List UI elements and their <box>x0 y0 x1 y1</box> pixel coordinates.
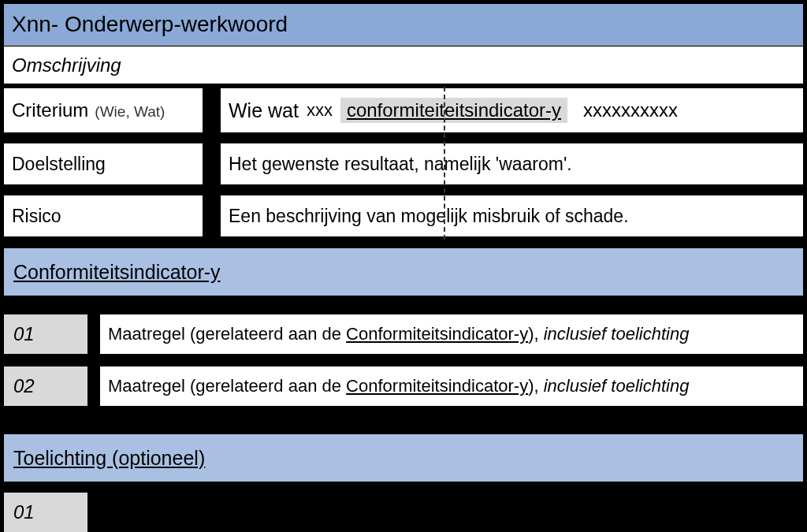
measure-02-cell: Maatregel (gerelateerd aan de Conformite… <box>99 366 804 407</box>
criterium-xxx: xxx <box>307 100 333 121</box>
toelichting-01-num-text: 01 <box>13 501 35 523</box>
diagram-frame: Xnn- Onderwerp-werkwoord Omschrijving Cr… <box>3 3 804 529</box>
dashed-connector <box>444 87 445 240</box>
criterium-value-cell: Wie wat xxx conformiteiteitsindicator-y … <box>220 87 804 133</box>
criterium-sublabel: (Wie, Wat) <box>95 103 165 121</box>
measure-01-mid: ), <box>528 324 544 344</box>
measure-02-mid: ), <box>528 376 544 396</box>
title-bar: Xnn- Onderwerp-werkwoord <box>3 3 804 46</box>
doelstelling-value: Het gewenste resultaat, namelijk 'waarom… <box>229 154 572 175</box>
measure-02-num: 02 <box>3 366 88 407</box>
doelstelling-label-cell: Doelstelling <box>3 143 203 185</box>
omschrijving-text: Omschrijving <box>12 54 121 76</box>
measure-02-num-text: 02 <box>13 375 35 397</box>
risico-value-cell: Een beschrijving van mogelijk misbruik o… <box>220 195 804 237</box>
title-text: Xnn- Onderwerp-werkwoord <box>12 12 288 37</box>
measure-02-italic: inclusief toelichting <box>544 376 690 396</box>
toelichting-heading: Toelichting (optioneel) <box>13 447 205 470</box>
measure-01-link: Conformiteitsindicator-y <box>346 324 528 344</box>
measure-01-num: 01 <box>3 314 88 355</box>
measure-01-cell: Maatregel (gerelateerd aan de Conformite… <box>99 314 804 355</box>
risico-label: Risico <box>12 206 61 227</box>
criterium-highlight: conformiteiteitsindicator-y <box>340 98 567 123</box>
doelstelling-value-cell: Het gewenste resultaat, namelijk 'waarom… <box>220 143 804 185</box>
measure-01-num-text: 01 <box>13 323 35 345</box>
toelichting-heading-cell: Toelichting (optioneel) <box>3 433 804 482</box>
measure-01-text: Maatregel (gerelateerd aan de Conformite… <box>108 324 689 344</box>
criterium-after: xxxxxxxxxx <box>583 99 678 121</box>
toelichting-01-num: 01 <box>3 492 88 532</box>
risico-label-cell: Risico <box>3 195 203 237</box>
indicator-heading: Conformiteitsindicator-y <box>13 261 221 284</box>
measure-02-link: Conformiteitsindicator-y <box>346 376 528 396</box>
criterium-label-cell: Criterium (Wie, Wat) <box>3 87 203 133</box>
risico-value: Een beschrijving van mogelijk misbruik o… <box>229 206 629 227</box>
measure-02-text: Maatregel (gerelateerd aan de Conformite… <box>108 376 689 396</box>
criterium-label: Criterium <box>12 99 88 121</box>
measure-01-italic: inclusief toelichting <box>544 324 690 344</box>
omschrijving-row: Omschrijving <box>3 46 804 84</box>
doelstelling-label: Doelstelling <box>12 154 106 175</box>
measure-02-pre: Maatregel (gerelateerd aan de <box>108 376 346 396</box>
criterium-pre: Wie wat <box>229 99 299 122</box>
indicator-heading-cell: Conformiteitsindicator-y <box>3 247 804 296</box>
measure-01-pre: Maatregel (gerelateerd aan de <box>108 324 346 344</box>
